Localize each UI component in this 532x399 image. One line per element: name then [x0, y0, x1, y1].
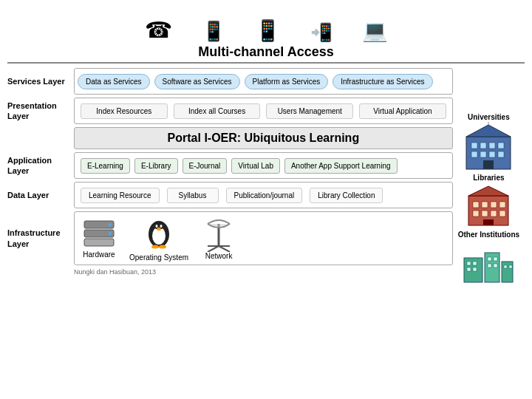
app-box-elearning: E-Learning [81, 158, 130, 174]
hardware-icon [81, 218, 117, 250]
svg-rect-37 [482, 211, 488, 216]
services-box-platform: Platform as Services [245, 74, 329, 89]
svg-rect-28 [483, 160, 494, 169]
libraries-building-icon [463, 183, 514, 227]
svg-rect-49 [494, 257, 497, 261]
data-layer-label: Data Layer [7, 182, 74, 208]
mobile-phone-icon: 📱 [202, 20, 225, 43]
universities-building-icon [463, 122, 514, 170]
svg-rect-33 [482, 202, 488, 208]
data-box-learning-resource: Learning Resource [81, 188, 160, 203]
other-institutions-label: Other Institutions [457, 230, 521, 239]
app-box-elibrary: E-Library [134, 158, 178, 174]
presentation-layer-row: Presentation Layer Index Resources Index… [7, 98, 453, 124]
presentation-boxes: Index Resources Index all Courses Users … [81, 103, 446, 119]
svg-rect-26 [489, 151, 495, 157]
os-icon [140, 215, 177, 253]
universities-block: Universities [463, 112, 514, 170]
svg-rect-43 [502, 262, 513, 282]
svg-point-9 [156, 225, 158, 228]
infra-hardware-label: Hardware [83, 250, 115, 259]
infra-os-label: Operating System [129, 253, 188, 262]
app-box-ejournal: E-Journal [183, 158, 228, 174]
services-layer-row: Services Layer Data as Services Software… [7, 68, 453, 95]
svg-rect-20 [471, 143, 477, 149]
infra-boxes: Hardware [81, 215, 446, 262]
svg-rect-52 [504, 265, 507, 268]
data-boxes: Learning Resource Syllabus Publication/j… [81, 188, 446, 203]
main-content: Services Layer Data as Services Software… [7, 68, 453, 284]
right-column: Universities [453, 68, 525, 284]
other-institutions-block: Other Institutions [457, 230, 521, 284]
presentation-layer-label: Presentation Layer [7, 98, 74, 124]
libraries-block: Libraries [463, 173, 514, 227]
tablet-icon: 📱 [255, 18, 281, 43]
svg-rect-38 [491, 211, 497, 216]
phone2-icon: 📲 [310, 22, 332, 43]
svg-rect-27 [498, 151, 504, 157]
svg-rect-36 [473, 211, 479, 216]
svg-marker-19 [466, 125, 511, 137]
svg-point-3 [109, 223, 112, 226]
application-layer-row: Application Layer E-Learning E-Library E… [7, 152, 453, 179]
data-layer-content: Learning Resource Syllabus Publication/j… [74, 182, 453, 208]
svg-rect-22 [489, 143, 495, 149]
application-layer-label: Application Layer [7, 152, 74, 179]
laptop-icon: 💻 [362, 18, 388, 43]
pres-box-virtual-app: Virtual Application [359, 103, 446, 119]
credit-text: Nungki dan Hasibuan, 2013 [74, 268, 453, 276]
svg-rect-35 [499, 202, 505, 208]
infra-network: Network [200, 216, 237, 260]
svg-rect-32 [473, 202, 479, 208]
svg-rect-23 [498, 143, 504, 149]
svg-rect-50 [488, 264, 491, 267]
svg-rect-40 [483, 219, 494, 225]
services-layer-content: Data as Services Software as Services Pl… [74, 68, 453, 95]
svg-rect-53 [509, 265, 512, 268]
network-icon [200, 216, 237, 252]
app-box-virtual-lab: Virtual Lab [231, 158, 280, 174]
data-box-publication: Publication/journal [226, 188, 303, 203]
universities-label: Universities [466, 112, 511, 122]
page: ☎ 📱 📱 📲 💻 Multi-channel Access Services … [0, 0, 532, 399]
svg-rect-46 [467, 267, 471, 271]
libraries-label: Libraries [471, 173, 505, 183]
svg-line-17 [219, 246, 230, 252]
main-header: Multi-channel Access [7, 44, 525, 64]
pres-box-index-resources: Index Resources [81, 103, 168, 119]
infra-hardware: Hardware [81, 218, 117, 259]
app-box-another: Another App Support Learning [284, 158, 398, 174]
application-layer-content: E-Learning E-Library E-Journal Virtual L… [74, 152, 453, 179]
svg-rect-51 [494, 264, 497, 267]
svg-rect-39 [499, 211, 505, 216]
svg-rect-34 [491, 202, 497, 208]
svg-point-4 [109, 232, 112, 235]
services-layer-label: Services Layer [7, 68, 74, 95]
pres-box-users: Users Management [266, 103, 353, 119]
svg-rect-2 [84, 239, 114, 246]
svg-point-13 [159, 245, 166, 249]
svg-rect-48 [488, 257, 491, 261]
svg-marker-31 [468, 186, 508, 196]
infra-network-label: Network [205, 252, 233, 260]
services-box-software: Software as Services [154, 74, 240, 89]
svg-rect-47 [473, 267, 477, 271]
svg-rect-25 [480, 151, 486, 157]
app-boxes: E-Learning E-Library E-Journal Virtual L… [81, 158, 446, 174]
presentation-layer-content: Index Resources Index all Courses Users … [74, 98, 453, 124]
svg-point-10 [160, 225, 163, 228]
infrastructure-layer-label: Infrastructure Layer [7, 211, 74, 265]
other-building-icon [463, 239, 514, 284]
data-box-syllabus: Syllabus [167, 188, 219, 203]
data-box-library-collection: Library Collection [310, 188, 383, 203]
data-layer-row: Data Layer Learning Resource Syllabus Pu… [7, 182, 453, 208]
portal-banner: Portal I-OER: Ubiquitous Learning [74, 127, 453, 149]
infrastructure-layer-row: Infrastructure Layer Ha [7, 211, 453, 265]
svg-rect-45 [473, 262, 477, 265]
svg-point-12 [151, 245, 159, 249]
pres-box-index-courses: Index all Courses [174, 103, 261, 119]
services-box-data: Data as Services [78, 74, 150, 89]
services-box-infra: Infrastructure as Services [332, 74, 432, 89]
svg-rect-21 [480, 143, 486, 149]
infra-os: Operating System [129, 215, 188, 262]
